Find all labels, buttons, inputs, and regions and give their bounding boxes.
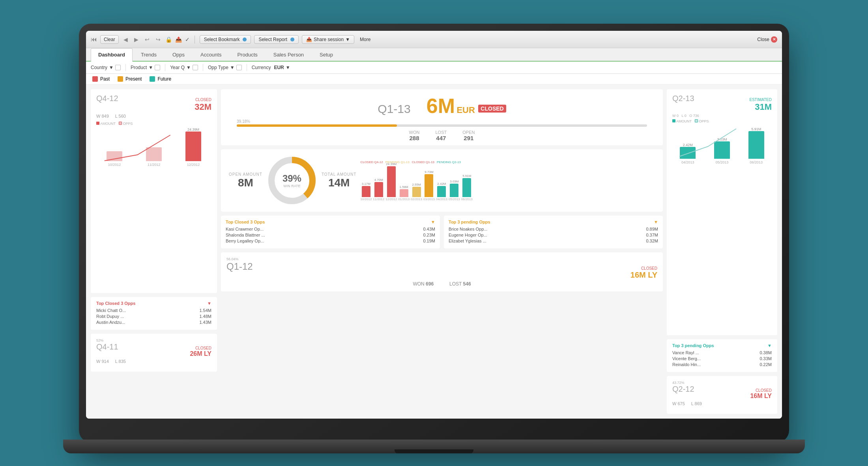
cop-2-val: 0.23M bbox=[423, 233, 435, 237]
right-amount: 31M bbox=[755, 102, 772, 112]
opptype-filter[interactable]: Opp Type ▼ bbox=[208, 65, 242, 70]
left-opps-card: Top Closed 3 Opps ▼ Micki Chatt O... 1.5… bbox=[91, 297, 217, 330]
tab-dashboard[interactable]: Dashboard bbox=[91, 48, 133, 62]
tab-salesperson[interactable]: Sales Person bbox=[266, 48, 311, 61]
center-opps-closed-dropdown[interactable]: ▼ bbox=[431, 220, 435, 224]
clear-button[interactable]: Clear bbox=[100, 35, 119, 44]
cop-1-name: Kasi Crawmer Op... bbox=[226, 227, 264, 231]
upload-icon: 📤 bbox=[175, 36, 182, 43]
left-top-card: Q4-12 CLOSED 32M W 849 L 560 AMOUNT OPPS bbox=[91, 89, 217, 293]
closed-q113-legend: CLOSED Q1-13 bbox=[412, 160, 434, 164]
center-bottom-wl: WON 696 LOST 546 bbox=[226, 281, 657, 287]
tab-opps[interactable]: Opps bbox=[165, 48, 192, 61]
open-amount-value: 8M bbox=[229, 177, 262, 189]
bar-oct2012: 10/2012 bbox=[96, 151, 133, 167]
ropp-1-name: Vance Rayl ... bbox=[672, 350, 699, 355]
cbar-4: 1.58M 01/2013 bbox=[398, 185, 410, 201]
product-checkbox[interactable] bbox=[155, 65, 160, 70]
right-quarter: Q2-13 bbox=[672, 94, 694, 103]
cbar-9-label: 06/2013 bbox=[461, 197, 473, 201]
share-dropdown: ▼ bbox=[345, 37, 350, 42]
cbar-6-val: 9.73M bbox=[425, 170, 433, 174]
undo-arrow[interactable]: ↩ bbox=[143, 36, 151, 43]
center-currency: EUR bbox=[456, 105, 475, 115]
back-arrow[interactable]: ◀ bbox=[122, 36, 129, 43]
progress-pct-label: 39.18% bbox=[237, 119, 647, 124]
tab-setup[interactable]: Setup bbox=[312, 48, 340, 61]
popp-3: Elizabet Yglesias ... 0.32M bbox=[449, 239, 658, 243]
popp-1-name: Brice Noakes Opp... bbox=[449, 227, 487, 231]
left-chart: 10/2012 11/2012 24.39M 12/2012 bbox=[96, 127, 211, 167]
rbar-apr-label: 04/2013 bbox=[681, 160, 694, 164]
center-opps-pending-dropdown[interactable]: ▼ bbox=[654, 220, 658, 224]
product-filter[interactable]: Product ▼ bbox=[131, 65, 160, 70]
select-report-button[interactable]: Select Report bbox=[254, 35, 299, 44]
center-mini-bars: CLOSED Q4-12 PENDING Q1-13 CLOSED Q1-13 … bbox=[360, 160, 655, 201]
center-opps-pending-label: Top 3 pending Opps bbox=[449, 220, 490, 224]
bar-dec-value: 24.39M bbox=[187, 128, 199, 132]
currency-filter[interactable]: Currency EUR ▼ bbox=[252, 65, 290, 70]
donut-card: OPEN AMOUNT 8M 39% WIN RATE bbox=[221, 149, 663, 212]
cbar-4-val: 1.58M bbox=[400, 185, 408, 189]
right-opps-title: Top 3 pending Opps ▼ bbox=[672, 343, 772, 348]
ropp-2-name: Vicente Berg... bbox=[672, 356, 701, 361]
select-bookmark-button[interactable]: Select Bookmark bbox=[200, 35, 251, 44]
open-amount-label: OPEN AMOUNT bbox=[229, 172, 262, 177]
left-opp-2: Robt Dupuy ... 1.48M bbox=[96, 314, 211, 319]
main-amount-block: 6M EUR CLOSED bbox=[427, 96, 506, 116]
right-opps-dropdown[interactable]: ▼ bbox=[767, 343, 772, 348]
redo-arrow[interactable]: ↪ bbox=[154, 36, 162, 43]
tab-trends[interactable]: Trends bbox=[133, 48, 164, 61]
bar-nov-label: 11/2012 bbox=[148, 163, 161, 167]
tab-accounts[interactable]: Accounts bbox=[193, 48, 229, 61]
currency-dropdown-icon: ▼ bbox=[286, 65, 290, 70]
cop-1-val: 0.43M bbox=[423, 227, 435, 231]
won-value: 288 bbox=[409, 135, 420, 141]
center-opps-closed-title: Top Closed 3 Opps ▼ bbox=[226, 220, 435, 224]
left-bottom-lost: L 835 bbox=[115, 359, 126, 364]
center-opps-closed-label: Top Closed 3 Opps bbox=[226, 220, 265, 224]
tab-products[interactable]: Products bbox=[230, 48, 265, 61]
cbar-8-val: 3.03M bbox=[450, 180, 458, 183]
filters-bar: Country ▼ Product ▼ Year Q ▼ Opp Type ▼ bbox=[86, 62, 782, 74]
left-opp-3: Austin Andzu... 1.43M bbox=[96, 320, 211, 325]
donut-pct: 39% bbox=[282, 173, 301, 184]
left-wl-row: W 849 L 560 bbox=[96, 114, 211, 118]
share-session-button[interactable]: 📤 Share session ▼ bbox=[302, 35, 354, 44]
center-bottom-card: 56.04% Q1-12 CLOSED 16M LY WON 696 LOST … bbox=[221, 252, 663, 291]
future-label: Future bbox=[157, 76, 171, 82]
laptop-base bbox=[63, 440, 805, 453]
popp-1-val: 0.89M bbox=[646, 227, 658, 231]
filter-sep2 bbox=[165, 64, 165, 71]
right-opps-card: Top 3 pending Opps ▼ Vance Rayl ... 0.38… bbox=[667, 339, 777, 372]
open-stat: OPEN 291 bbox=[462, 130, 475, 141]
rbar-apr-val: 2.42M bbox=[683, 143, 693, 147]
rbar-jun: 5.91M 06/2013 bbox=[741, 127, 772, 164]
yearq-filter[interactable]: Year Q ▼ bbox=[170, 65, 198, 70]
country-filter[interactable]: Country ▼ bbox=[91, 65, 121, 70]
more-button[interactable]: More bbox=[357, 36, 373, 43]
left-opps-dropdown[interactable]: ▼ bbox=[207, 301, 211, 306]
yearq-checkbox[interactable] bbox=[193, 65, 198, 70]
report-dot bbox=[290, 38, 294, 41]
legend-bar: Past Present Future bbox=[86, 74, 782, 85]
first-icon: ⏮ bbox=[91, 36, 97, 43]
forward-arrow[interactable]: ▶ bbox=[133, 36, 140, 43]
right-bottom-closed-label: CLOSED bbox=[750, 388, 772, 393]
close-button[interactable]: Close ✕ bbox=[757, 36, 777, 43]
left-bottom-closed: CLOSED bbox=[190, 346, 211, 350]
country-label: Country bbox=[91, 65, 107, 70]
cop-1: Kasi Crawmer Op... 0.43M bbox=[226, 227, 435, 231]
center-opps-row: Top Closed 3 Opps ▼ Kasi Crawmer Op... 0… bbox=[221, 216, 663, 248]
country-checkbox[interactable] bbox=[115, 65, 121, 70]
close-label: Close bbox=[757, 37, 769, 42]
left-bottom-amount: 26M LY bbox=[190, 350, 211, 357]
past-label: Past bbox=[100, 76, 110, 82]
ropp-3-val: 0.22M bbox=[760, 362, 772, 367]
lost-label: LOST bbox=[435, 130, 447, 135]
ropp-1: Vance Rayl ... 0.38M bbox=[672, 350, 772, 355]
left-opp-3-value: 1.43M bbox=[199, 320, 211, 325]
cbar-5-val: 2.55M bbox=[412, 183, 421, 186]
opptype-checkbox[interactable] bbox=[236, 65, 242, 70]
opptype-label: Opp Type bbox=[208, 65, 228, 70]
